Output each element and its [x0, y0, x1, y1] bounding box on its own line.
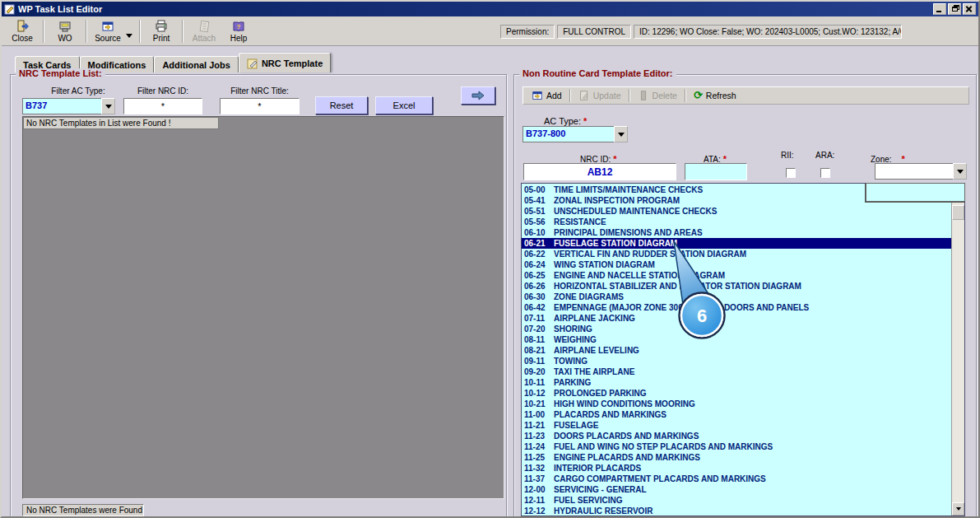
update-button[interactable]: Update — [574, 88, 626, 103]
ata-list-item[interactable]: 10-12PROLONGED PARKING — [522, 388, 951, 399]
tab-nrc-template[interactable]: NRC Template — [239, 53, 331, 72]
zone-select[interactable] — [875, 163, 967, 180]
ata-title: AIRPLANE LEVELING — [554, 346, 639, 355]
ata-list-item[interactable]: 11-32INTERIOR PLACARDS — [522, 463, 951, 474]
update-icon — [578, 90, 590, 101]
note-pencil-icon — [247, 58, 258, 69]
ata-list-item[interactable]: 06-21FUSELAGE STATION DIAGRAM — [522, 238, 951, 249]
excel-button[interactable]: Excel — [375, 96, 433, 114]
ac-type-dropdown-button[interactable] — [101, 98, 115, 114]
delete-button[interactable]: Delete — [633, 88, 682, 103]
list-scrollbar[interactable] — [951, 184, 964, 516]
attach-button[interactable]: Attach — [187, 18, 221, 44]
nrc-id-input[interactable] — [523, 163, 676, 180]
ata-list-item[interactable]: 06-42EMPENNAGE (MAJOR ZONE 300) ACCESS D… — [522, 302, 951, 313]
source-button[interactable]: Source — [91, 18, 125, 44]
ata-code: 06-25 — [524, 270, 554, 281]
ata-list-item[interactable]: 06-24WING STATION DIAGRAM — [522, 259, 951, 270]
wo-button[interactable]: WO — [48, 18, 82, 44]
ata-list-item[interactable]: 11-37CARGO COMPARTMENT PLACARDS AND MARK… — [522, 474, 951, 484]
ata-list-item[interactable]: 12-00SERVICING - GENERAL — [522, 484, 951, 495]
filter-nrc-id-label: Filter NRC ID: — [123, 86, 202, 96]
ata-title: FUEL SERVICING — [554, 496, 623, 505]
ata-list-item[interactable]: 12-12HYDRAULIC RESERVOIR — [522, 506, 951, 516]
ata-list-item[interactable]: 09-20TAXI THE AIRPLANE — [522, 366, 951, 377]
filter-ac-type-select[interactable]: B737 — [22, 98, 115, 114]
add-button[interactable]: Add — [527, 88, 567, 103]
ata-code: 08-21 — [524, 345, 554, 356]
ata-title: VERTICAL FIN AND RUDDER STATION DIAGRAM — [554, 250, 746, 259]
ata-list-item[interactable]: 10-11PARKING — [522, 377, 951, 388]
ata-list-item[interactable]: 05-51UNSCHEDULED MAINTENANCE CHECKS — [522, 206, 951, 217]
ata-code: 09-20 — [524, 366, 554, 377]
tab-additional-jobs[interactable]: Additional Jobs — [154, 56, 239, 72]
ata-title: WING STATION DIAGRAM — [554, 260, 655, 269]
toolbar-separator — [629, 89, 630, 102]
source-dropdown-arrow[interactable] — [126, 34, 132, 38]
ata-list-item[interactable]: 07-20SHORING — [522, 324, 951, 334]
filter-nrc-title-label: Filter NRC Title: — [220, 86, 300, 96]
ata-list-item[interactable]: 06-22VERTICAL FIN AND RUDDER STATION DIA… — [522, 249, 951, 259]
restore-button[interactable] — [948, 3, 961, 15]
ata-code: 05-00 — [524, 184, 554, 195]
app-icon — [4, 4, 15, 15]
ata-title: HYDRAULIC RESERVOIR — [554, 506, 653, 516]
ata-code: 12-11 — [524, 495, 554, 506]
ata-list-item[interactable]: 05-56RESISTANCE — [522, 217, 951, 227]
ata-list-item[interactable]: 06-26HORIZONTAL STABILIZER AND ELEVATOR … — [522, 281, 951, 292]
minimize-button[interactable] — [933, 3, 946, 15]
ac-type-select[interactable]: B737-800 — [523, 126, 628, 142]
refresh-button[interactable]: ⟳ Refresh — [689, 89, 741, 102]
ata-list-item[interactable]: 06-25ENGINE AND NACELLE STATION DIAGRAM — [522, 270, 951, 281]
svg-text:?: ? — [237, 23, 241, 30]
scroll-down-button[interactable] — [952, 502, 964, 516]
toolbar-separator — [86, 20, 87, 43]
chevron-down-icon — [957, 170, 964, 174]
ata-code: 06-22 — [524, 249, 554, 259]
ata-input[interactable] — [685, 163, 747, 180]
source-window-icon — [101, 20, 114, 33]
ara-checkbox[interactable] — [820, 168, 830, 178]
ata-list-item[interactable]: 11-00PLACARDS AND MARKINGS — [522, 409, 951, 420]
ata-list-item[interactable]: 11-21FUSELAGE — [522, 420, 951, 431]
ata-list-item[interactable]: 08-11WEIGHING — [522, 334, 951, 345]
print-button[interactable]: Print — [144, 18, 179, 44]
ata-code: 06-30 — [524, 292, 554, 302]
rii-label: RII: — [781, 151, 794, 160]
ata-list-item[interactable]: 09-11TOWING — [522, 356, 951, 366]
zone-edit-overlay[interactable] — [866, 183, 965, 202]
ata-title: HORIZONTAL STABILIZER AND ELEVATOR STATI… — [554, 282, 801, 291]
ata-code: 11-00 — [524, 409, 554, 420]
ata-list-item[interactable]: 11-25ENGINE PLACARDS AND MARKINGS — [522, 452, 951, 463]
filter-nrc-id-input[interactable] — [123, 98, 202, 114]
permission-level: FULL CONTROL — [557, 25, 631, 39]
reset-button[interactable]: Reset — [315, 96, 368, 114]
ata-list-item[interactable]: 11-23DOORS PLACARDS AND MARKINGS — [522, 431, 951, 441]
ata-list-item[interactable]: 10-21HIGH WIND CONDITIONS MOORING — [522, 399, 951, 409]
ata-list-item[interactable]: 06-30ZONE DIAGRAMS — [522, 292, 951, 302]
ata-title: TAXI THE AIRPLANE — [554, 367, 634, 376]
scroll-thumb[interactable] — [952, 205, 964, 220]
nrc-template-list-panel: NRC Template List: Filter AC Type: Filte… — [10, 74, 507, 517]
ata-code: 07-20 — [524, 324, 554, 334]
ata-code: 05-41 — [524, 195, 554, 206]
help-button[interactable]: ? Help — [221, 18, 256, 44]
ata-list-item[interactable]: 07-11AIRPLANE JACKING — [522, 313, 951, 324]
ata-list-item[interactable]: 08-21AIRPLANE LEVELING — [522, 345, 951, 356]
ata-code: 10-21 — [524, 399, 554, 409]
ata-title: UNSCHEDULED MAINTENANCE CHECKS — [554, 207, 717, 216]
ata-title: PLACARDS AND MARKINGS — [554, 410, 666, 419]
move-right-button[interactable] — [461, 86, 495, 105]
rii-checkbox[interactable] — [786, 168, 796, 178]
ata-code: 05-51 — [524, 206, 554, 217]
ac-type-editor-dropdown-button[interactable] — [614, 126, 628, 142]
ata-list-item[interactable]: 12-11FUEL SERVICING — [522, 495, 951, 506]
ata-code: 06-42 — [524, 302, 554, 313]
filter-nrc-title-input[interactable] — [220, 98, 300, 114]
zone-dropdown-button[interactable] — [953, 163, 967, 180]
ata-list-item[interactable]: 11-24FUEL AND WING NO STEP PLACARDS AND … — [522, 441, 951, 452]
ata-list-item[interactable]: 06-10PRINCIPAL DIMENSIONS AND AREAS — [522, 227, 951, 238]
close-window-button[interactable] — [963, 3, 976, 15]
ata-chapter-list: 05-00TIME LIMITS/MAINTENANCE CHECKS05-41… — [521, 183, 965, 516]
close-button[interactable]: Close — [5, 18, 39, 44]
